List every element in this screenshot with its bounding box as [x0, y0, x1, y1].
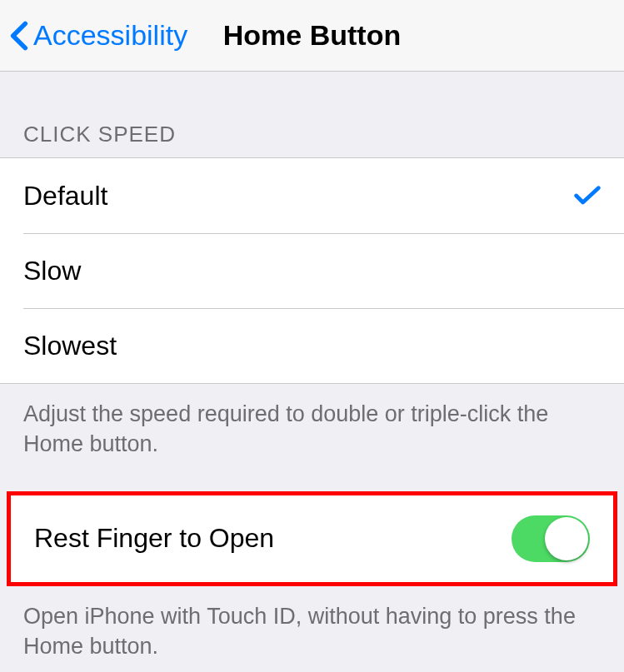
click-speed-options: Default Slow Slowest [0, 157, 624, 384]
checkmark-icon [574, 185, 601, 207]
rest-finger-label: Rest Finger to Open [34, 523, 274, 554]
chevron-left-icon [10, 20, 28, 52]
rest-finger-footer: Open iPhone with Touch ID, without havin… [0, 586, 624, 672]
option-label: Default [23, 181, 107, 212]
click-speed-footer: Adjust the speed required to double or t… [0, 384, 624, 475]
option-slow[interactable]: Slow [0, 233, 624, 308]
back-button[interactable]: Accessibility [10, 19, 187, 52]
page-title: Home Button [223, 19, 401, 52]
option-slowest[interactable]: Slowest [0, 308, 624, 383]
back-label: Accessibility [33, 19, 187, 52]
toggle-knob [545, 517, 588, 560]
rest-finger-row: Rest Finger to Open [11, 495, 613, 582]
option-default[interactable]: Default [0, 158, 624, 233]
option-label: Slowest [23, 331, 117, 361]
rest-finger-toggle[interactable] [512, 515, 590, 562]
click-speed-header: Click Speed [0, 72, 624, 157]
rest-finger-group-highlighted: Rest Finger to Open [7, 491, 617, 586]
option-label: Slow [23, 256, 81, 286]
navigation-bar: Accessibility Home Button [0, 0, 624, 72]
